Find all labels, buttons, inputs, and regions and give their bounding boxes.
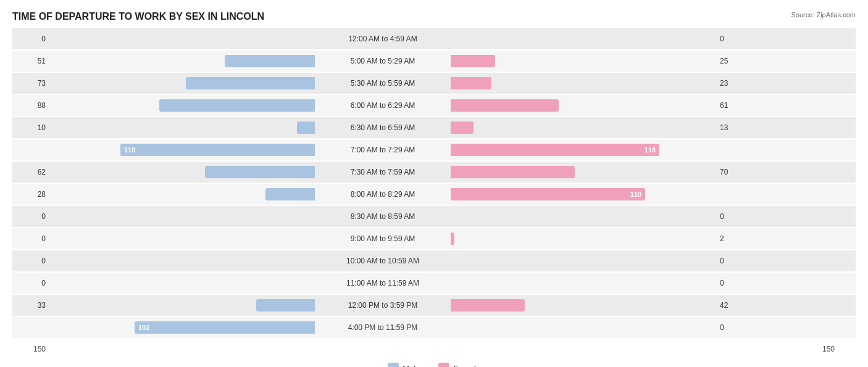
chart-row: 010:00 AM to 10:59 AM0 [12, 250, 856, 271]
male-value: 0 [12, 234, 49, 243]
female-bar [451, 122, 474, 134]
time-label: 9:00 AM to 9:59 AM [315, 234, 451, 243]
female-bar [451, 55, 495, 67]
female-bar: 118 [451, 144, 659, 156]
legend-male-box [388, 363, 399, 367]
female-bar-area [451, 233, 716, 245]
chart-row: 09:00 AM to 9:59 AM2 [12, 228, 856, 249]
male-value: 33 [12, 301, 49, 310]
male-bar-area: 110 [49, 144, 315, 156]
male-bar [205, 166, 315, 178]
female-bar-area [451, 99, 716, 112]
chart-row: 886:00 AM to 6:29 AM61 [12, 95, 856, 116]
time-label: 12:00 PM to 3:59 PM [315, 301, 451, 310]
male-value: 62 [12, 168, 49, 176]
time-label: 6:30 AM to 6:59 AM [315, 123, 451, 132]
female-bar [451, 77, 491, 89]
male-value: 28 [12, 190, 49, 199]
male-value: 0 [12, 257, 49, 265]
male-value: 0 [12, 35, 49, 43]
female-value: 42 [716, 301, 753, 310]
female-bar-area [451, 299, 716, 311]
male-value: 73 [12, 79, 49, 88]
female-value: 0 [716, 279, 753, 287]
female-bar-area: 118 [451, 144, 716, 156]
male-bar-area [49, 55, 315, 67]
male-bar-area [49, 77, 315, 89]
chart-area: 012:00 AM to 4:59 AM0515:00 AM to 5:29 A… [12, 28, 856, 338]
source-text: Source: ZipAtlas.com [791, 11, 856, 19]
male-bar-area: 102 [49, 321, 315, 334]
time-label: 8:00 AM to 8:29 AM [315, 190, 451, 199]
female-value: 70 [716, 168, 753, 176]
male-bar [256, 299, 315, 311]
male-bar-area [49, 188, 315, 200]
female-inner-label: 118 [645, 146, 656, 154]
female-bar [451, 99, 559, 112]
male-inner-label: 102 [138, 324, 149, 331]
time-label: 8:30 AM to 8:59 AM [315, 212, 451, 221]
male-bar-area [49, 122, 315, 134]
male-value: 10 [12, 123, 49, 132]
female-value: 61 [716, 101, 753, 110]
male-bar-area [49, 99, 315, 112]
female-bar [451, 299, 525, 311]
female-bar: 110 [451, 188, 645, 200]
legend-male-label: Male [403, 364, 420, 368]
legend: Male Female [12, 363, 856, 367]
chart-row: 08:30 AM to 8:59 AM0 [12, 206, 856, 227]
male-bar-area [49, 166, 315, 178]
chart-container: TIME OF DEPARTURE TO WORK BY SEX IN LINC… [0, 0, 868, 367]
female-bar-area [451, 122, 716, 134]
female-value: 13 [716, 123, 753, 132]
time-label: 7:00 AM to 7:29 AM [315, 146, 451, 154]
female-bar-area [451, 77, 716, 89]
female-value: 0 [716, 35, 753, 43]
female-value: 25 [716, 57, 753, 65]
chart-row: 106:30 AM to 6:59 AM13 [12, 117, 856, 138]
time-label: 6:00 AM to 6:29 AM [315, 101, 451, 110]
chart-row: 3312:00 PM to 3:59 PM42 [12, 295, 856, 316]
legend-female-label: Female [453, 364, 480, 368]
female-value: 0 [716, 257, 753, 265]
female-value: 0 [716, 323, 753, 332]
time-label: 12:00 AM to 4:59 AM [315, 35, 451, 43]
legend-male: Male [388, 363, 420, 367]
male-inner-label: 110 [124, 146, 135, 154]
axis-right: 150 [819, 345, 856, 353]
chart-row: 1024:00 PM to 11:59 PM0 [12, 317, 856, 338]
axis-row: 150 150 [12, 342, 856, 357]
time-label: 11:00 AM to 11:59 AM [315, 279, 451, 287]
chart-row: 012:00 AM to 4:59 AM0 [12, 28, 856, 49]
male-bar: 102 [135, 321, 315, 334]
legend-female: Female [438, 363, 480, 367]
chart-row: 735:30 AM to 5:59 AM23 [12, 73, 856, 94]
chart-row: 1107:00 AM to 7:29 AM118 [12, 139, 856, 160]
female-bar-area: 110 [451, 188, 716, 200]
male-bar [186, 77, 315, 89]
female-bar-area [451, 166, 716, 178]
chart-title: TIME OF DEPARTURE TO WORK BY SEX IN LINC… [12, 11, 856, 22]
time-label: 4:00 PM to 11:59 PM [315, 323, 451, 332]
female-bar [451, 233, 454, 245]
female-inner-label: 110 [630, 191, 641, 198]
female-value: 2 [716, 234, 753, 243]
chart-row: 288:00 AM to 8:29 AM110 [12, 184, 856, 205]
male-bar: 110 [120, 144, 315, 156]
female-bar-area [451, 55, 716, 67]
time-label: 5:30 AM to 5:59 AM [315, 79, 451, 88]
female-value: 23 [716, 79, 753, 88]
time-label: 7:30 AM to 7:59 AM [315, 168, 451, 176]
male-bar [225, 55, 315, 67]
time-label: 5:00 AM to 5:29 AM [315, 57, 451, 65]
female-value: 0 [716, 212, 753, 221]
chart-row: 011:00 AM to 11:59 AM0 [12, 273, 856, 294]
male-bar-area [49, 299, 315, 311]
male-value: 88 [12, 101, 49, 110]
male-value: 51 [12, 57, 49, 65]
chart-row: 627:30 AM to 7:59 AM70 [12, 162, 856, 183]
axis-left: 150 [12, 345, 49, 353]
legend-female-box [438, 363, 449, 367]
male-value: 0 [12, 279, 49, 287]
female-bar [451, 166, 575, 178]
